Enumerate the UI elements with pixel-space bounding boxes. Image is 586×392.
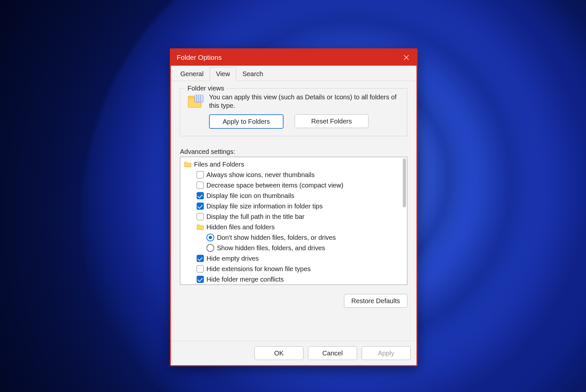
folder-view-icon <box>187 94 204 109</box>
apply-to-folders-button[interactable]: Apply to Folders <box>209 114 284 129</box>
option-compact-view[interactable]: Decrease space between items (compact vi… <box>183 180 404 190</box>
option-hide-merge-conflicts[interactable]: Hide folder merge conflicts <box>183 274 404 285</box>
svg-rect-1 <box>195 95 203 102</box>
titlebar[interactable]: Folder Options <box>171 49 416 66</box>
restore-defaults-button[interactable]: Restore Defaults <box>344 294 407 308</box>
tree-group-hidden-files: Hidden files and folders <box>183 222 404 232</box>
tab-view[interactable]: View <box>210 67 236 81</box>
folder-icon <box>184 161 191 167</box>
tree-group-label: Files and Folders <box>194 161 244 168</box>
advanced-settings-label: Advanced settings: <box>180 148 407 155</box>
tab-content: Folder views <box>171 81 416 341</box>
radio-dont-show-hidden[interactable]: Don't show hidden files, folders, or dri… <box>183 232 404 243</box>
option-always-show-icons[interactable]: Always show icons, never thumbnails <box>183 170 404 180</box>
option-hide-empty-drives[interactable]: Hide empty drives <box>183 253 404 264</box>
scrollbar-thumb[interactable] <box>403 158 406 207</box>
option-hide-extensions[interactable]: Hide extensions for known file types <box>183 264 404 274</box>
ok-button[interactable]: OK <box>254 346 303 360</box>
radio-show-hidden[interactable]: Show hidden files, folders, and drives <box>183 243 404 253</box>
advanced-settings-tree[interactable]: Files and Folders Always show icons, nev… <box>180 157 407 285</box>
dialog-title: Folder Options <box>177 54 222 61</box>
tree-group-files-folders: Files and Folders <box>183 159 404 170</box>
option-full-path-titlebar[interactable]: Display the full path in the title bar <box>183 211 404 222</box>
tab-search[interactable]: Search <box>236 67 269 81</box>
reset-folders-button[interactable]: Reset Folders <box>295 114 368 128</box>
tree-group-label: Hidden files and folders <box>206 223 275 231</box>
cancel-button[interactable]: Cancel <box>308 346 357 360</box>
tab-strip: General View Search <box>171 66 416 81</box>
folder-views-group: Folder views <box>180 88 407 136</box>
apply-button[interactable]: Apply <box>362 346 411 360</box>
close-icon <box>403 55 409 60</box>
dialog-footer: OK Cancel Apply <box>171 341 416 365</box>
folder-icon <box>197 224 204 230</box>
folder-views-description: You can apply this view (such as Details… <box>209 93 400 110</box>
tab-general[interactable]: General <box>174 67 210 81</box>
folder-options-dialog: Folder Options General View Search Folde… <box>170 48 417 366</box>
option-file-icon-thumbnails[interactable]: Display file icon on thumbnails <box>183 190 404 201</box>
folder-views-legend: Folder views <box>186 85 226 92</box>
option-file-size-tips[interactable]: Display file size information in folder … <box>183 201 404 211</box>
desktop-wallpaper: Folder Options General View Search Folde… <box>0 0 586 392</box>
close-button[interactable] <box>396 49 416 66</box>
scrollbar[interactable] <box>403 158 406 283</box>
